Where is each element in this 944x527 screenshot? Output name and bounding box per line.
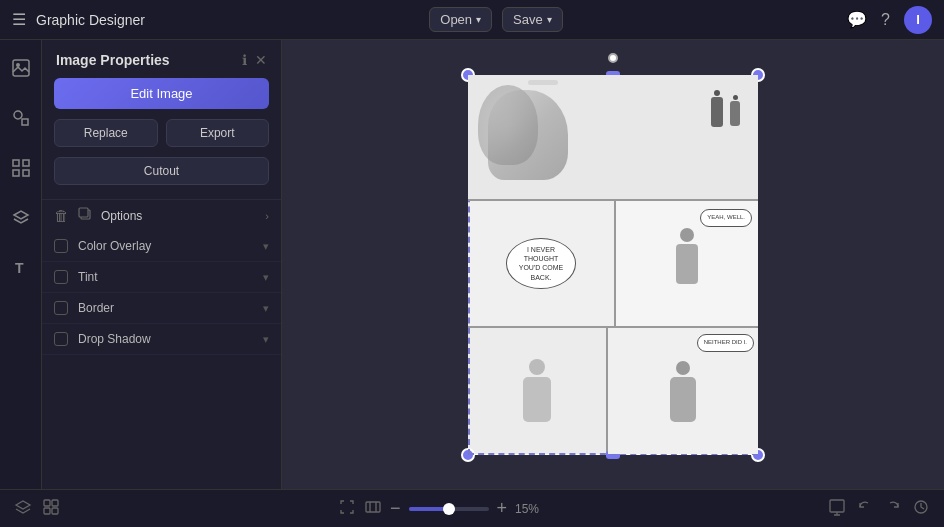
zoom-slider[interactable] [409, 507, 489, 511]
color-overlay-chevron-icon[interactable]: ▾ [263, 240, 269, 253]
drop-shadow-label: Drop Shadow [78, 332, 263, 346]
svg-rect-18 [830, 500, 844, 512]
svg-rect-6 [13, 170, 19, 176]
comic-panel-bot-right: NEITHER DID I. [608, 328, 758, 455]
options-row-left: 🗑 Options [54, 206, 142, 225]
svg-rect-3 [22, 119, 28, 125]
panel-header: Image Properties ℹ ✕ [42, 40, 281, 78]
figure-right [730, 95, 740, 126]
comic-frame: I NEVER THOUGHT YOU'D COME BACK. YEAH, W… [468, 75, 758, 455]
bottom-bar: − + 15% [0, 489, 944, 527]
options-row[interactable]: 🗑 Options › [42, 199, 281, 231]
panel-header-icons: ℹ ✕ [242, 52, 267, 68]
border-checkbox[interactable] [54, 301, 68, 315]
svg-rect-13 [44, 508, 50, 514]
info-icon[interactable]: ℹ [242, 52, 247, 68]
effect-row-tint: Tint ▾ [42, 262, 281, 293]
options-chevron-icon: › [265, 210, 269, 222]
replace-button[interactable]: Replace [54, 119, 158, 147]
effect-row-drop-shadow: Drop Shadow ▾ [42, 324, 281, 355]
bottom-left [14, 498, 60, 520]
edit-image-button[interactable]: Edit Image [54, 78, 269, 109]
topbar: ☰ Graphic Designer Open ▾ Save ▾ 💬 ? I [0, 0, 944, 40]
svg-rect-11 [44, 500, 50, 506]
effect-row-color-overlay: Color Overlay ▾ [42, 231, 281, 262]
topbar-right: 💬 ? I [847, 6, 932, 34]
svg-text:T: T [15, 260, 24, 276]
svg-point-2 [14, 111, 22, 119]
sidebar-icon-image[interactable] [5, 52, 37, 84]
trash-icon[interactable]: 🗑 [54, 207, 69, 224]
history-button[interactable] [912, 498, 930, 520]
tint-label: Tint [78, 270, 263, 284]
icon-sidebar: T [0, 40, 42, 489]
fullscreen-icon[interactable] [338, 498, 356, 520]
save-chevron-icon: ▾ [547, 14, 552, 25]
redo-button[interactable] [884, 498, 902, 520]
avatar[interactable]: I [904, 6, 932, 34]
export-button[interactable]: Export [166, 119, 270, 147]
action-row: Replace Export [54, 119, 269, 147]
undo-button[interactable] [856, 498, 874, 520]
canvas-area[interactable]: I NEVER THOUGHT YOU'D COME BACK. YEAH, W… [282, 40, 944, 489]
save-label: Save [513, 12, 543, 27]
topbar-center: Open ▾ Save ▾ [429, 7, 562, 32]
topbar-left: ☰ Graphic Designer [12, 10, 145, 29]
border-chevron-icon[interactable]: ▾ [263, 302, 269, 315]
sidebar-icon-layers[interactable] [5, 202, 37, 234]
comment-icon[interactable]: 💬 [847, 10, 867, 29]
properties-panel: Image Properties ℹ ✕ Edit Image Replace … [42, 40, 282, 489]
rotate-handle[interactable] [608, 53, 618, 63]
copy-icon[interactable] [77, 206, 93, 225]
comic-panel-mid-right: YEAH, WELL. [616, 201, 758, 326]
border-label: Border [78, 301, 263, 315]
present-icon[interactable] [828, 498, 846, 520]
color-overlay-checkbox[interactable] [54, 239, 68, 253]
help-icon[interactable]: ? [881, 11, 890, 29]
sidebar-icon-shapes[interactable] [5, 102, 37, 134]
app-title: Graphic Designer [36, 12, 145, 28]
drop-shadow-checkbox[interactable] [54, 332, 68, 346]
save-button[interactable]: Save ▾ [502, 7, 563, 32]
sidebar-icon-text[interactable]: T [5, 252, 37, 284]
handle-bottom-left[interactable] [461, 448, 475, 462]
color-overlay-label: Color Overlay [78, 239, 263, 253]
speech-bubble-mid-left: I NEVER THOUGHT YOU'D COME BACK. [506, 238, 576, 288]
comic-panel-bot-left [468, 328, 608, 455]
sidebar-icon-grid[interactable] [5, 152, 37, 184]
cutout-button[interactable]: Cutout [54, 157, 269, 185]
svg-rect-14 [52, 508, 58, 514]
svg-rect-7 [23, 170, 29, 176]
zoom-in-button[interactable]: + [497, 498, 508, 519]
open-chevron-icon: ▾ [476, 14, 481, 25]
figure-left [711, 90, 723, 127]
svg-rect-0 [13, 60, 29, 76]
drop-shadow-chevron-icon[interactable]: ▾ [263, 333, 269, 346]
zoom-out-button[interactable]: − [390, 498, 401, 519]
tint-chevron-icon[interactable]: ▾ [263, 271, 269, 284]
comic-panel-mid-left: I NEVER THOUGHT YOU'D COME BACK. [468, 201, 616, 326]
comic-panel-bottom: NEITHER DID I. [468, 328, 758, 455]
svg-rect-15 [366, 502, 380, 512]
speech-bubble-bot-right: NEITHER DID I. [697, 334, 754, 352]
main-layout: T Image Properties ℹ ✕ Edit Image Replac… [0, 40, 944, 489]
svg-rect-12 [52, 500, 58, 506]
menu-icon[interactable]: ☰ [12, 10, 26, 29]
speech-bubble-mid-right: YEAH, WELL. [700, 209, 752, 227]
bottom-center: − + 15% [338, 498, 550, 520]
tint-checkbox[interactable] [54, 270, 68, 284]
close-icon[interactable]: ✕ [255, 52, 267, 68]
options-label: Options [101, 209, 142, 223]
svg-rect-10 [79, 208, 88, 217]
zoom-thumb[interactable] [443, 503, 455, 515]
layers-icon[interactable] [14, 498, 32, 520]
open-button[interactable]: Open ▾ [429, 7, 492, 32]
zoom-level: 15% [515, 502, 550, 516]
grid-view-icon[interactable] [42, 498, 60, 520]
effect-row-border: Border ▾ [42, 293, 281, 324]
bottom-right [828, 498, 930, 520]
svg-rect-4 [13, 160, 19, 166]
comic-panel-top [468, 75, 758, 202]
comic-image: I NEVER THOUGHT YOU'D COME BACK. YEAH, W… [468, 75, 758, 455]
fit-icon[interactable] [364, 498, 382, 520]
